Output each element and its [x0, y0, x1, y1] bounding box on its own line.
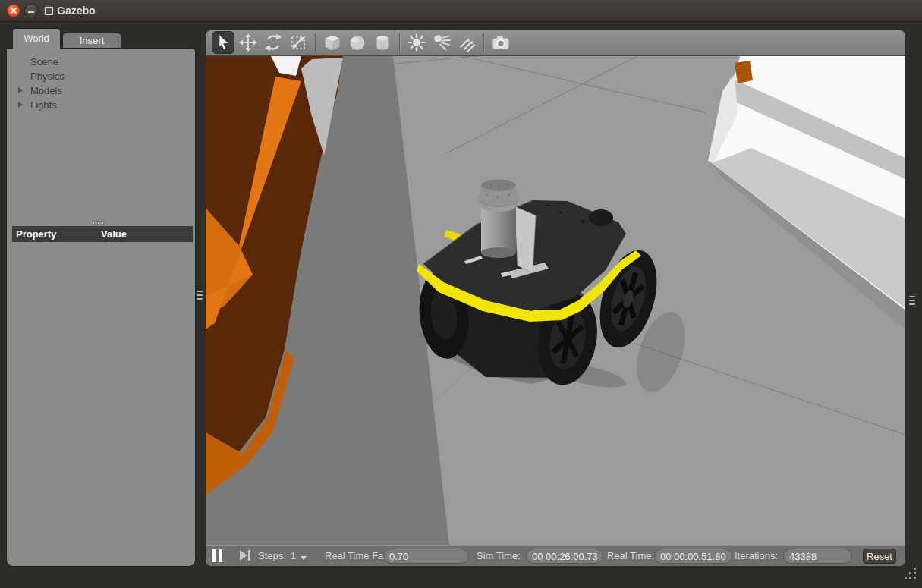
move-arrows-icon [238, 33, 258, 52]
steps-label: Steps: [258, 546, 286, 567]
sphere-icon [348, 33, 367, 52]
sun-icon [407, 33, 426, 52]
lidar-sensor [477, 180, 520, 259]
close-icon [10, 7, 17, 14]
minimize-button[interactable] [24, 4, 38, 17]
simulation-statusbar: Steps: 1 Real Time Fact 0.70 Sim Time: 0… [206, 545, 905, 566]
rotate-arrows-icon [263, 33, 283, 52]
minimize-icon [28, 11, 34, 13]
pause-button[interactable] [212, 549, 225, 562]
steps-dropdown-caret[interactable] [301, 556, 307, 560]
point-light-button[interactable] [405, 31, 428, 54]
directional-light-button[interactable] [455, 31, 478, 54]
cylinder-shape-button[interactable] [371, 31, 394, 54]
screenshot-button[interactable] [489, 31, 512, 54]
expand-arrow-icon[interactable] [18, 87, 23, 93]
step-icon [240, 550, 247, 561]
window-title: Gazebo [57, 0, 96, 21]
rtf-label: Real Time Fact [325, 546, 391, 567]
translate-tool-button[interactable] [237, 31, 260, 54]
rtf-field[interactable]: 0.70 [383, 549, 469, 564]
property-column-header: Property [16, 226, 56, 242]
cursor-arrow-icon [213, 33, 233, 52]
tree-item-physics[interactable]: Physics [7, 69, 189, 83]
toolbar-separator [399, 33, 400, 52]
cube-icon [323, 33, 342, 52]
panel-splitter-grip[interactable] [93, 221, 104, 225]
world-panel: Scene Physics Models Lights Property Val… [6, 48, 196, 567]
scale-tool-button[interactable] [287, 31, 310, 54]
toolbar-separator [315, 33, 316, 52]
maximize-icon [45, 7, 53, 15]
close-button[interactable] [7, 4, 20, 17]
iterations-field[interactable]: 43388 [783, 549, 852, 564]
property-table-header: Property Value [12, 226, 193, 242]
rotate-tool-button[interactable] [262, 31, 285, 54]
toolbar-separator [483, 33, 484, 52]
antenna-dome [589, 209, 613, 226]
sim-time-field[interactable]: 00 00:26:00.73 [526, 549, 603, 564]
spot-light-icon [432, 33, 452, 52]
tab-insert[interactable]: Insert [62, 33, 121, 49]
left-splitter-handle[interactable] [197, 287, 203, 303]
tree-item-lights[interactable]: Lights [7, 98, 189, 112]
tab-world[interactable]: World [12, 28, 61, 49]
tree-item-models[interactable]: Models [7, 83, 189, 98]
titlebar: Gazebo [0, 0, 922, 22]
tree-item-scene[interactable]: Scene [7, 55, 189, 69]
gazebo-window: { "window": { "title": "Gazebo" }, "left… [0, 0, 922, 588]
sphere-shape-button[interactable] [346, 31, 369, 54]
spot-light-button[interactable] [430, 31, 453, 54]
cylinder-icon [373, 33, 392, 52]
sim-time-label: Sim Time: [477, 546, 521, 567]
select-tool-button[interactable] [212, 31, 234, 54]
camera-icon [491, 33, 511, 52]
scale-arrows-icon [288, 33, 308, 52]
window-resize-grip[interactable] [900, 568, 917, 583]
real-time-field[interactable]: 00 00:00:51.80 [654, 549, 732, 564]
real-time-label: Real Time: [607, 546, 654, 567]
directional-light-icon [457, 33, 477, 52]
right-splitter-handle[interactable] [909, 292, 915, 309]
expand-arrow-icon[interactable] [18, 102, 23, 108]
steps-value[interactable]: 1 [291, 546, 296, 567]
reset-button[interactable]: Reset [863, 549, 896, 564]
3d-viewport[interactable] [206, 56, 905, 545]
lidar-bracket [514, 206, 536, 273]
value-column-header: Value [101, 226, 127, 242]
box-shape-button[interactable] [321, 31, 344, 54]
step-button[interactable] [240, 550, 252, 561]
viewport-toolbar [206, 30, 905, 56]
maximize-button[interactable] [42, 4, 55, 17]
iterations-label: Iterations: [735, 546, 778, 567]
